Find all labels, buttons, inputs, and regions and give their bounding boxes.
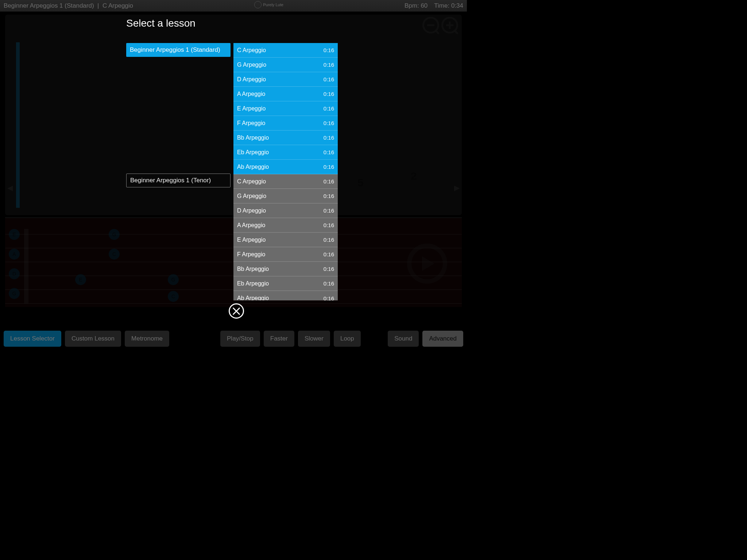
- lesson-duration: 0:16: [324, 120, 334, 126]
- lesson-item[interactable]: Bb Arpeggio0:16: [233, 262, 338, 276]
- lesson-item[interactable]: D Arpeggio0:16: [233, 72, 338, 87]
- lesson-name: E Arpeggio: [237, 237, 266, 243]
- lesson-duration: 0:16: [324, 222, 334, 228]
- lesson-item[interactable]: Bb Arpeggio0:16: [233, 131, 338, 145]
- category-item[interactable]: Beginner Arpeggios 1 (Tenor): [126, 174, 231, 187]
- lesson-duration: 0:16: [324, 135, 334, 141]
- lesson-name: D Arpeggio: [237, 76, 266, 83]
- lesson-name: G Arpeggio: [237, 62, 266, 68]
- lesson-name: A Arpeggio: [237, 222, 265, 229]
- lesson-name: C Arpeggio: [237, 47, 266, 54]
- lesson-item[interactable]: D Arpeggio0:16: [233, 203, 338, 218]
- lesson-item[interactable]: G Arpeggio0:16: [233, 189, 338, 203]
- lesson-name: C Arpeggio: [237, 178, 266, 185]
- lesson-item[interactable]: E Arpeggio0:16: [233, 101, 338, 116]
- lesson-name: Eb Arpeggio: [237, 280, 269, 287]
- lesson-name: Ab Arpeggio: [237, 295, 269, 300]
- lesson-name: E Arpeggio: [237, 105, 266, 112]
- lesson-name: F Arpeggio: [237, 251, 265, 258]
- lesson-duration: 0:16: [324, 295, 334, 301]
- lesson-item[interactable]: E Arpeggio0:16: [233, 233, 338, 247]
- category-item[interactable]: Beginner Arpeggios 1 (Standard): [126, 43, 231, 57]
- modal-title: Select a lesson: [126, 18, 196, 29]
- lesson-item[interactable]: A Arpeggio0:16: [233, 218, 338, 233]
- lesson-name: Bb Arpeggio: [237, 135, 269, 141]
- lesson-list[interactable]: C Arpeggio0:16G Arpeggio0:16D Arpeggio0:…: [233, 43, 338, 300]
- lesson-name: A Arpeggio: [237, 91, 265, 97]
- lesson-item[interactable]: C Arpeggio0:16: [233, 43, 338, 58]
- lesson-duration: 0:16: [324, 237, 334, 243]
- lesson-name: F Arpeggio: [237, 120, 265, 127]
- lesson-item[interactable]: F Arpeggio0:16: [233, 247, 338, 262]
- lesson-name: Ab Arpeggio: [237, 164, 269, 170]
- lesson-duration: 0:16: [324, 62, 334, 68]
- lesson-duration: 0:16: [324, 266, 334, 272]
- lesson-item[interactable]: F Arpeggio0:16: [233, 116, 338, 131]
- lesson-duration: 0:16: [324, 91, 334, 97]
- lesson-name: Bb Arpeggio: [237, 266, 269, 272]
- lesson-name: D Arpeggio: [237, 207, 266, 214]
- lesson-item[interactable]: G Arpeggio0:16: [233, 58, 338, 72]
- lesson-item[interactable]: Ab Arpeggio0:16: [233, 160, 338, 174]
- lesson-name: G Arpeggio: [237, 193, 266, 199]
- close-icon[interactable]: [229, 303, 244, 319]
- lesson-duration: 0:16: [324, 193, 334, 199]
- lesson-item[interactable]: Eb Arpeggio0:16: [233, 145, 338, 160]
- lesson-item[interactable]: C Arpeggio0:16: [233, 174, 338, 189]
- category-list: Beginner Arpeggios 1 (Standard) Beginner…: [126, 43, 231, 187]
- lesson-duration: 0:16: [324, 149, 334, 155]
- lesson-duration: 0:16: [324, 76, 334, 82]
- lesson-item[interactable]: A Arpeggio0:16: [233, 87, 338, 101]
- lesson-name: Eb Arpeggio: [237, 149, 269, 156]
- lesson-duration: 0:16: [324, 178, 334, 184]
- lesson-item[interactable]: Eb Arpeggio0:16: [233, 276, 338, 291]
- lesson-item[interactable]: Ab Arpeggio0:16: [233, 291, 338, 300]
- lesson-duration: 0:16: [324, 280, 334, 287]
- lesson-duration: 0:16: [324, 164, 334, 170]
- lesson-selector-modal: Select a lesson Beginner Arpeggios 1 (St…: [0, 0, 467, 350]
- lesson-duration: 0:16: [324, 207, 334, 214]
- lesson-duration: 0:16: [324, 105, 334, 112]
- lesson-duration: 0:16: [324, 47, 334, 53]
- lesson-duration: 0:16: [324, 251, 334, 257]
